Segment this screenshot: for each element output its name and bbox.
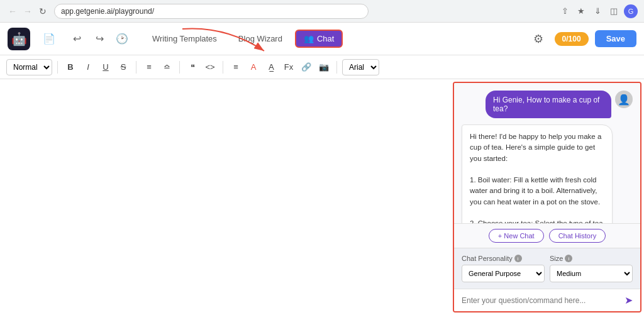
browser-nav-buttons: ← → ↻ [6,5,49,18]
bot-message: Hi there! I'd be happy to help you make … [462,124,633,223]
italic-button[interactable]: I [80,60,96,75]
header-tabs: Writing Templates Blog Wizard 👥 Chat [143,30,343,48]
user-message: Hi Genie, How to make a cup of tea? 👤 [462,91,633,118]
send-button[interactable]: ➤ [625,294,633,306]
personality-info-icon: i [514,255,522,262]
save-button[interactable]: Save [595,30,636,47]
app-logo: 🤖 [8,28,30,50]
undo-button[interactable]: ↩ [68,30,86,48]
editor-area[interactable] [0,79,450,315]
link-button[interactable]: 🔗 [299,60,314,75]
chat-messages[interactable]: Hi Genie, How to make a cup of tea? 👤 Hi… [454,83,640,223]
personality-select[interactable]: General Purpose [462,265,545,282]
profile-icon[interactable]: G [624,4,638,18]
header-right: ⚙ 0/100 Save [528,29,636,49]
personality-label-text: Chat Personality [462,255,513,262]
chat-tab-icon: 👥 [304,34,314,43]
size-group: Size i Medium [550,255,633,282]
font-select[interactable]: Arial [342,59,379,75]
download-icon[interactable]: ⇓ [591,5,604,18]
refresh-button[interactable]: ↻ [36,5,49,18]
ordered-list-button[interactable]: ≏ [159,60,174,75]
history-button[interactable]: 🕑 [113,30,131,48]
strikethrough-button[interactable]: S [116,60,131,75]
chat-settings: Chat Personality i General Purpose Size … [454,248,640,289]
bold-button[interactable]: B [63,60,78,75]
chat-actions: + New Chat Chat History [454,223,640,248]
browser-chrome: ← → ↻ app.getgenie.ai/playground/ ⇧ ★ ⇓ … [0,0,644,23]
separator-3 [179,61,180,74]
separator-5 [336,61,337,74]
settings-button[interactable]: ⚙ [528,29,548,49]
chat-settings-row: Chat Personality i General Purpose Size … [462,255,633,282]
address-bar[interactable]: app.getgenie.ai/playground/ [54,4,369,19]
chat-input[interactable] [462,296,621,305]
address-text: app.getgenie.ai/playground/ [61,7,154,16]
size-select[interactable]: Medium [550,265,633,282]
personality-label: Chat Personality i [462,255,545,262]
highlight-button[interactable]: A̲ [264,60,279,75]
star-icon[interactable]: ★ [575,5,587,18]
user-avatar: 👤 [615,91,633,108]
align-button[interactable]: ≡ [228,60,243,75]
text-color-button[interactable]: A [246,60,261,75]
forward-button[interactable]: → [21,5,34,18]
new-chat-button[interactable]: + New Chat [489,229,544,243]
browser-actions: ⇧ ★ ⇓ ◫ G [558,4,638,18]
size-info-icon: i [565,255,572,262]
tab-writing-templates[interactable]: Writing Templates [143,30,226,47]
size-label-text: Size [550,255,563,262]
tab-chat[interactable]: 👥 Chat [295,30,343,48]
share-icon[interactable]: ⇧ [558,5,571,18]
header-nav-icons: ↩ ↪ 🕑 [68,30,131,48]
editor-toolbar: Normal B I U S ≡ ≏ ❝ <> ≡ A A̲ Fx 🔗 📷 Ar… [0,55,644,79]
personality-group: Chat Personality i General Purpose [462,255,545,282]
size-label: Size i [550,255,633,262]
app-header: 🤖 📄 ↩ ↪ 🕑 Writing Templates Blog Wizard … [0,23,644,55]
chat-history-button[interactable]: Chat History [549,229,606,243]
underline-button[interactable]: U [98,60,113,75]
document-icon-button[interactable]: 📄 [40,30,58,48]
send-icon: ➤ [625,295,633,306]
redo-button[interactable]: ↪ [91,30,108,48]
blockquote-button[interactable]: ❝ [185,60,200,75]
grid-icon[interactable]: ◫ [608,5,620,18]
chat-tab-label: Chat [317,34,334,43]
separator-2 [136,61,136,74]
separator-4 [223,61,223,74]
code-button[interactable]: <> [203,60,218,75]
bot-text-2: 1. Boil water: Fill a kettle with fresh … [470,176,600,206]
image-button[interactable]: 📷 [316,60,331,75]
chat-panel: Hi Genie, How to make a cup of tea? 👤 Hi… [453,82,641,312]
format-select[interactable]: Normal [6,59,52,75]
user-bubble: Hi Genie, How to make a cup of tea? [486,91,611,118]
tab-blog-wizard[interactable]: Blog Wizard [230,30,291,47]
bot-text-1: Hi there! I'd be happy to help you make … [470,133,601,162]
main-content: Hi Genie, How to make a cup of tea? 👤 Hi… [0,79,644,315]
token-badge: 0/100 [555,32,589,46]
bot-bubble: Hi there! I'd be happy to help you make … [462,124,613,223]
clear-format-button[interactable]: Fx [281,60,296,75]
unordered-list-button[interactable]: ≡ [142,60,157,75]
separator-1 [57,61,58,74]
back-button[interactable]: ← [6,5,19,18]
chat-input-area: ➤ [454,289,640,311]
